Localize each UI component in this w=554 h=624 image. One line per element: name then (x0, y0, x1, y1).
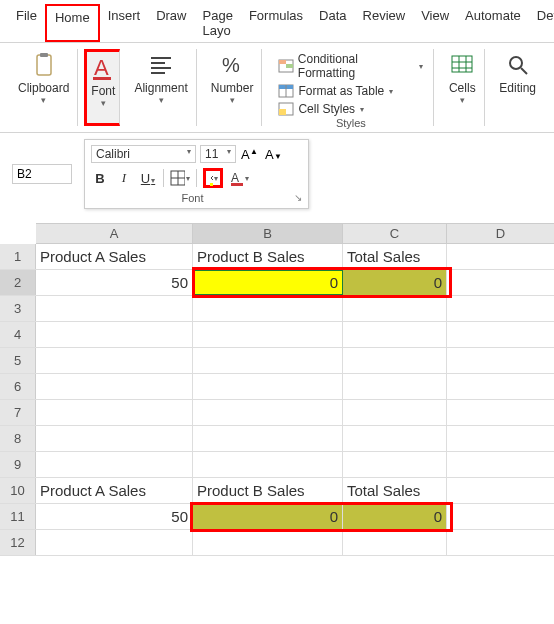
cell-c9[interactable] (343, 452, 447, 477)
row-header-11[interactable]: 11 (0, 504, 36, 529)
cell-d12[interactable] (447, 530, 554, 555)
font-button[interactable]: A Font ▾ (89, 54, 117, 108)
cell-c2[interactable]: 0 (343, 270, 447, 295)
cell-c12[interactable] (343, 530, 447, 555)
cell-c4[interactable] (343, 322, 447, 347)
decrease-font-button[interactable]: A▼ (264, 144, 284, 164)
tab-home[interactable]: Home (45, 4, 100, 42)
cell-d1[interactable] (447, 244, 554, 269)
cell-d11[interactable] (447, 504, 554, 529)
column-header-d[interactable]: D (447, 224, 554, 243)
font-group-label: Font (181, 192, 203, 204)
tab-insert[interactable]: Insert (100, 4, 149, 42)
font-color-button[interactable]: A▾ (229, 168, 249, 188)
cell-a9[interactable] (36, 452, 193, 477)
tab-view[interactable]: View (413, 4, 457, 42)
name-box[interactable] (12, 164, 72, 184)
cell-b5[interactable] (193, 348, 343, 373)
cell-a1[interactable]: Product A Sales (36, 244, 193, 269)
font-dialog-launcher[interactable]: ↘ (294, 192, 302, 204)
column-header-b[interactable]: B (193, 224, 343, 243)
cell-d2[interactable] (447, 270, 554, 295)
tab-page-layout[interactable]: Page Layo (195, 4, 241, 42)
cell-b2[interactable]: 0 (193, 270, 343, 295)
cell-c11[interactable]: 0 (343, 504, 447, 529)
cell-b1[interactable]: Product B Sales (193, 244, 343, 269)
cell-b7[interactable] (193, 400, 343, 425)
cell-a3[interactable] (36, 296, 193, 321)
cell-c3[interactable] (343, 296, 447, 321)
cell-b9[interactable] (193, 452, 343, 477)
cell-a8[interactable] (36, 426, 193, 451)
cell-a6[interactable] (36, 374, 193, 399)
cell-b3[interactable] (193, 296, 343, 321)
cell-b10[interactable]: Product B Sales (193, 478, 343, 503)
cells-button[interactable]: Cells ▾ (448, 51, 476, 105)
italic-button[interactable]: I (115, 170, 133, 186)
increase-font-button[interactable]: A▲ (240, 144, 260, 164)
tab-formulas[interactable]: Formulas (241, 4, 311, 42)
cell-b8[interactable] (193, 426, 343, 451)
tab-dev[interactable]: Dev (529, 4, 554, 42)
cell-d9[interactable] (447, 452, 554, 477)
font-size-select[interactable]: 11 ▾ (200, 145, 236, 163)
tab-data[interactable]: Data (311, 4, 354, 42)
row-header-5[interactable]: 5 (0, 348, 36, 373)
row-header-10[interactable]: 10 (0, 478, 36, 503)
number-button[interactable]: % Number ▾ (211, 51, 254, 105)
row-header-4[interactable]: 4 (0, 322, 36, 347)
clipboard-button[interactable]: Clipboard ▾ (18, 51, 69, 105)
cell-d6[interactable] (447, 374, 554, 399)
row-header-1[interactable]: 1 (0, 244, 36, 269)
cell-d3[interactable] (447, 296, 554, 321)
cell-a11[interactable]: 50 (36, 504, 193, 529)
cell-a4[interactable] (36, 322, 193, 347)
cell-a12[interactable] (36, 530, 193, 555)
tab-review[interactable]: Review (355, 4, 414, 42)
row-header-7[interactable]: 7 (0, 400, 36, 425)
tab-automate[interactable]: Automate (457, 4, 529, 42)
column-header-c[interactable]: C (343, 224, 447, 243)
row-11: 11 50 0 0 (0, 504, 554, 530)
cell-c6[interactable] (343, 374, 447, 399)
cell-b12[interactable] (193, 530, 343, 555)
alignment-button[interactable]: Alignment ▾ (134, 51, 187, 105)
cell-d5[interactable] (447, 348, 554, 373)
row-header-3[interactable]: 3 (0, 296, 36, 321)
cell-b11[interactable]: 0 (193, 504, 343, 529)
cell-d8[interactable] (447, 426, 554, 451)
row-header-9[interactable]: 9 (0, 452, 36, 477)
cell-b6[interactable] (193, 374, 343, 399)
cell-c8[interactable] (343, 426, 447, 451)
editing-button[interactable]: Editing (499, 51, 536, 95)
cell-d10[interactable] (447, 478, 554, 503)
tab-draw[interactable]: Draw (148, 4, 194, 42)
cell-b4[interactable] (193, 322, 343, 347)
bold-button[interactable]: B (91, 171, 109, 186)
tab-file[interactable]: File (8, 4, 45, 42)
cell-d7[interactable] (447, 400, 554, 425)
conditional-formatting-button[interactable]: Conditional Formatting▾ (276, 51, 425, 81)
row-header-12[interactable]: 12 (0, 530, 36, 555)
cell-styles-button[interactable]: Cell Styles▾ (276, 101, 425, 117)
borders-button[interactable]: ▾ (170, 168, 190, 188)
row-header-8[interactable]: 8 (0, 426, 36, 451)
cell-a2[interactable]: 50 (36, 270, 193, 295)
row-header-2[interactable]: 2 (0, 270, 36, 295)
cell-c10[interactable]: Total Sales (343, 478, 447, 503)
cell-c5[interactable] (343, 348, 447, 373)
cell-c7[interactable] (343, 400, 447, 425)
cell-a5[interactable] (36, 348, 193, 373)
font-name-select[interactable]: Calibri ▾ (91, 145, 196, 163)
cell-a7[interactable] (36, 400, 193, 425)
underline-button[interactable]: U▾ (139, 171, 157, 186)
row-5: 5 (0, 348, 554, 374)
cell-c1[interactable]: Total Sales (343, 244, 447, 269)
format-as-table-button[interactable]: Format as Table▾ (276, 83, 425, 99)
cell-d4[interactable] (447, 322, 554, 347)
column-header-a[interactable]: A (36, 224, 193, 243)
fill-color-button[interactable]: ▾ (203, 168, 223, 188)
row-header-6[interactable]: 6 (0, 374, 36, 399)
cell-a10[interactable]: Product A Sales (36, 478, 193, 503)
alignment-label: Alignment (134, 81, 187, 95)
